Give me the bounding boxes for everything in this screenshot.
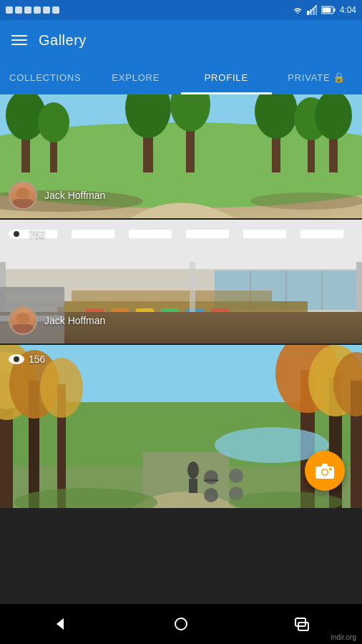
- lock-icon: 🔒: [333, 72, 346, 83]
- photo-card-1[interactable]: Jack Hoffman: [0, 94, 362, 220]
- svg-point-73: [204, 470, 218, 484]
- recents-icon: [293, 617, 310, 631]
- svg-rect-79: [189, 479, 197, 493]
- app-bar: Gallery: [0, 20, 362, 60]
- svg-rect-9: [315, 6, 317, 15]
- notification-icons: [6, 5, 63, 15]
- tab-collections[interactable]: COLLECTIONS: [0, 60, 91, 94]
- svg-point-76: [229, 469, 243, 483]
- svg-rect-37: [186, 230, 229, 238]
- tab-private[interactable]: PRIVATE 🔒: [272, 60, 363, 94]
- svg-point-95: [175, 618, 187, 630]
- svg-marker-94: [57, 618, 64, 630]
- svg-rect-0: [6, 6, 13, 14]
- svg-rect-12: [333, 9, 335, 12]
- svg-rect-3: [34, 6, 41, 14]
- view-count-3: 156: [9, 353, 45, 365]
- eye-icon-2: [9, 229, 24, 239]
- tab-profile[interactable]: PROFILE: [181, 60, 272, 94]
- svg-marker-92: [321, 464, 328, 467]
- svg-point-20: [38, 102, 69, 142]
- app-title: Gallery: [39, 32, 87, 49]
- svg-rect-38: [243, 230, 286, 238]
- nav-bar: indir.org: [0, 604, 362, 644]
- status-bar-right: 4:04: [293, 5, 356, 15]
- photo-card-3[interactable]: 156: [0, 345, 362, 509]
- view-number-3: 156: [29, 353, 45, 365]
- status-bar: 4:04: [0, 0, 362, 20]
- svg-rect-75: [204, 479, 218, 482]
- battery-icon: [321, 6, 336, 14]
- hamburger-menu-button[interactable]: [11, 35, 27, 45]
- back-icon: [53, 617, 67, 631]
- svg-point-78: [187, 462, 199, 479]
- photo-scene-forest: [0, 345, 362, 509]
- svg-rect-93: [329, 468, 332, 470]
- svg-rect-33: [0, 220, 362, 269]
- svg-rect-2: [24, 6, 31, 14]
- status-bar-left: [6, 5, 63, 15]
- back-button[interactable]: [39, 610, 82, 638]
- avatar-1: [9, 181, 37, 210]
- tab-bar: COLLECTIONS EXPLORE PROFILE PRIVATE 🔒: [0, 60, 362, 94]
- svg-point-32: [250, 192, 362, 210]
- home-icon: [174, 617, 188, 631]
- user-name-1: Jack Hoffman: [44, 190, 105, 201]
- forest-scene-svg: [0, 345, 362, 509]
- svg-rect-5: [52, 6, 59, 14]
- svg-rect-4: [43, 6, 50, 14]
- svg-point-71: [40, 358, 83, 418]
- user-info-1: Jack Hoffman: [9, 181, 105, 210]
- svg-rect-39: [300, 230, 343, 238]
- camera-fab-button[interactable]: [305, 451, 345, 491]
- view-count-2: 762: [9, 228, 45, 240]
- wifi-icon: [293, 5, 303, 15]
- svg-rect-1: [15, 6, 22, 14]
- home-button[interactable]: [160, 610, 202, 638]
- svg-rect-13: [322, 8, 331, 13]
- signal-icon: [307, 5, 317, 15]
- svg-point-91: [323, 470, 328, 475]
- photo-card-2[interactable]: 762 Jack Hoffman: [0, 220, 362, 345]
- svg-rect-59: [0, 287, 64, 293]
- svg-rect-46: [72, 291, 272, 301]
- watermark: indir.org: [331, 633, 356, 641]
- svg-rect-35: [72, 230, 114, 238]
- time-display: 4:04: [340, 5, 356, 15]
- eye-icon-3: [9, 354, 24, 364]
- avatar-2: [9, 306, 37, 335]
- svg-point-74: [204, 488, 218, 502]
- view-number-2: 762: [29, 228, 45, 240]
- user-name-2: Jack Hoffman: [44, 315, 105, 326]
- svg-rect-36: [129, 230, 172, 238]
- recents-button[interactable]: [280, 610, 323, 638]
- camera-icon: [315, 463, 334, 479]
- user-info-2: Jack Hoffman: [9, 306, 105, 335]
- tab-explore[interactable]: EXPLORE: [91, 60, 182, 94]
- content-area: Jack Hoffman: [0, 94, 362, 604]
